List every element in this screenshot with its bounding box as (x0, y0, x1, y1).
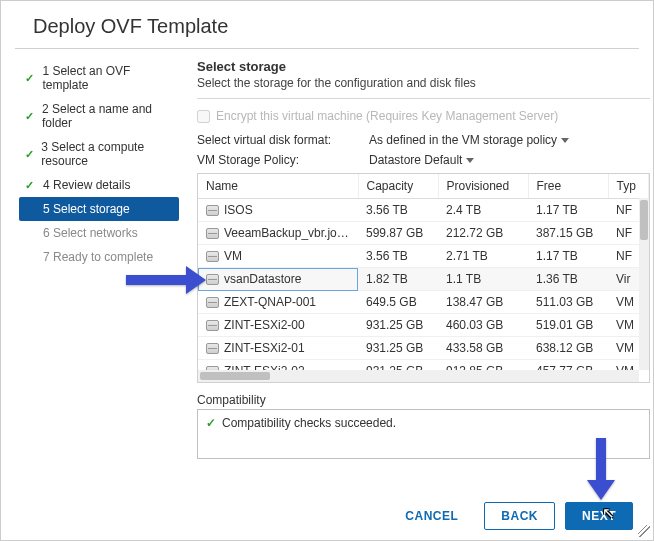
check-icon: ✓ (25, 72, 36, 85)
next-button[interactable]: NEXT (565, 502, 633, 530)
check-icon: ✓ (25, 179, 37, 192)
section-heading: Select storage (197, 59, 650, 74)
dialog-title: Deploy OVF Template (15, 1, 639, 49)
datastore-icon (206, 205, 219, 216)
encrypt-label: Encrypt this virtual machine (Requires K… (216, 109, 558, 123)
disk-format-label: Select virtual disk format: (197, 133, 357, 147)
compat-label: Compatibility (197, 393, 650, 407)
datastore-table: Name Capacity Provisioned Free Typ ISOS3… (197, 173, 650, 383)
chevron-down-icon (561, 138, 569, 143)
wizard-step-3[interactable]: ✓3 Select a compute resource (19, 135, 179, 173)
scrollbar-vertical[interactable] (639, 198, 649, 370)
wizard-step-1[interactable]: ✓1 Select an OVF template (19, 59, 179, 97)
encrypt-row: Encrypt this virtual machine (Requires K… (197, 109, 650, 123)
annotation-arrow-down-icon (587, 438, 615, 500)
annotation-arrow-left-icon (126, 266, 206, 294)
wizard-steps: ✓1 Select an OVF template✓2 Select a nam… (15, 49, 185, 459)
datastore-icon (206, 274, 219, 285)
datastore-icon (206, 320, 219, 331)
table-row[interactable]: ZINT-ESXi2-01931.25 GB433.58 GB638.12 GB… (198, 337, 648, 360)
check-icon: ✓ (25, 148, 35, 161)
back-button[interactable]: BACK (484, 502, 555, 530)
cancel-button[interactable]: CANCEL (389, 503, 474, 529)
wizard-step-5[interactable]: 5 Select storage (19, 197, 179, 221)
wizard-step-6: 6 Select networks (19, 221, 179, 245)
wizard-step-2[interactable]: ✓2 Select a name and folder (19, 97, 179, 135)
table-row[interactable]: ZINT-ESXi2-SSD-01232.75 GB108.39 GB124.3… (198, 383, 648, 384)
storage-policy-dropdown[interactable]: Datastore Default (369, 153, 474, 167)
cursor-icon: ↖ (602, 504, 615, 522)
col-provisioned[interactable]: Provisioned (438, 174, 528, 199)
table-row[interactable]: ZINT-ESXi2-00931.25 GB460.03 GB519.01 GB… (198, 314, 648, 337)
table-row[interactable]: ZEXT-QNAP-001649.5 GB138.47 GB511.03 GBV… (198, 291, 648, 314)
wizard-step-label: 2 Select a name and folder (42, 102, 173, 130)
wizard-step-label: 1 Select an OVF template (42, 64, 173, 92)
encrypt-checkbox (197, 110, 210, 123)
table-row[interactable]: VM3.56 TB2.71 TB1.17 TBNF (198, 245, 648, 268)
footer-buttons: CANCEL BACK NEXT (389, 502, 633, 530)
wizard-step-label: 6 Select networks (43, 226, 138, 240)
scrollbar-horizontal[interactable] (198, 370, 639, 382)
datastore-icon (206, 297, 219, 308)
table-row[interactable]: vsanDatastore1.82 TB1.1 TB1.36 TBVir (198, 268, 648, 291)
col-type[interactable]: Typ (608, 174, 648, 199)
wizard-step-label: 3 Select a compute resource (41, 140, 173, 168)
col-capacity[interactable]: Capacity (358, 174, 438, 199)
wizard-step-label: 4 Review details (43, 178, 130, 192)
wizard-step-label: 7 Ready to complete (43, 250, 153, 264)
wizard-step-4[interactable]: ✓4 Review details (19, 173, 179, 197)
datastore-icon (206, 251, 219, 262)
datastore-icon (206, 228, 219, 239)
table-row[interactable]: VeeamBackup_vbr.jorge…599.87 GB212.72 GB… (198, 222, 648, 245)
resize-grip-icon[interactable] (638, 525, 650, 537)
compat-message: Compatibility checks succeeded. (222, 416, 396, 430)
disk-format-value[interactable]: As defined in the VM storage policy (369, 133, 569, 147)
table-row[interactable]: ISOS3.56 TB2.4 TB1.17 TBNF (198, 199, 648, 222)
datastore-icon (206, 343, 219, 354)
col-name[interactable]: Name (198, 174, 358, 199)
chevron-down-icon (466, 158, 474, 163)
main-panel: Select storage Select the storage for th… (185, 49, 654, 459)
check-icon: ✓ (25, 110, 36, 123)
col-free[interactable]: Free (528, 174, 608, 199)
check-icon: ✓ (206, 416, 216, 430)
wizard-step-label: 5 Select storage (43, 202, 130, 216)
section-subtitle: Select the storage for the configuration… (197, 76, 650, 99)
compat-box: ✓ Compatibility checks succeeded. (197, 409, 650, 459)
storage-policy-label: VM Storage Policy: (197, 153, 357, 167)
